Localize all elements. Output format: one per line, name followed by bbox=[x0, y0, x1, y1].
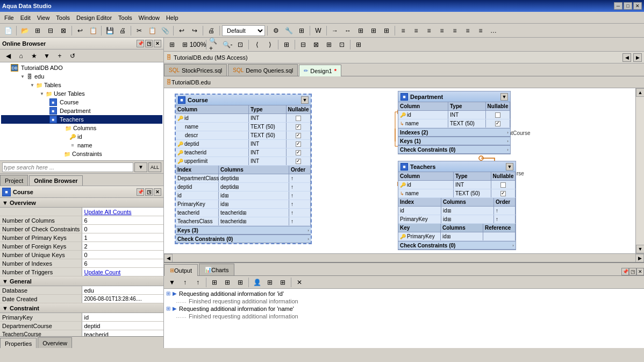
tb-btn20[interactable]: ⊞ bbox=[368, 25, 380, 37]
out-btn9[interactable]: ⊞ bbox=[277, 276, 289, 288]
design-btn10[interactable]: ⊞ bbox=[353, 39, 364, 51]
prop-pin-button[interactable]: 📌 bbox=[137, 188, 144, 196]
tb-btn28[interactable]: ≡ bbox=[475, 25, 486, 37]
tb-btn14[interactable]: 🔧 bbox=[283, 25, 295, 37]
tb-btn15[interactable]: ⊞ bbox=[296, 25, 307, 37]
tb-btn4[interactable]: ⊠ bbox=[58, 25, 69, 37]
dept-keys-section[interactable]: Keys (1) › bbox=[398, 137, 510, 145]
update-count-link[interactable]: Update Count bbox=[84, 269, 121, 275]
dept-constraints-section[interactable]: Check Constraints (0) › bbox=[398, 145, 510, 154]
tb-btn10[interactable]: 📋 bbox=[146, 25, 158, 37]
tb-btn21[interactable]: ⊞ bbox=[381, 25, 392, 37]
design-btn4[interactable]: ⟩ bbox=[264, 39, 276, 51]
output-close-button[interactable]: ✕ bbox=[636, 268, 644, 275]
search-input[interactable] bbox=[2, 162, 133, 172]
tree-root[interactable]: DB TutorialDB ADO bbox=[1, 63, 162, 72]
out-btn1[interactable]: ▼ bbox=[166, 276, 178, 288]
zoom-100-button[interactable]: 100% bbox=[192, 39, 204, 51]
update-counts-link[interactable]: Update All Counts bbox=[84, 209, 132, 215]
canvas-hscrollbar[interactable]: ◀ ▶ bbox=[164, 253, 644, 262]
dept-indexes-section[interactable]: Indexes (2) › bbox=[398, 128, 510, 137]
scroll-down-arrow[interactable]: ▼ bbox=[636, 245, 644, 253]
tb-btn9[interactable]: ✂ bbox=[133, 25, 145, 37]
ob-favorite-button[interactable]: ★ bbox=[28, 50, 40, 62]
design-btn6[interactable]: ⊟ bbox=[297, 39, 309, 51]
tb-btn5[interactable]: ↩ bbox=[74, 25, 86, 37]
restore-button[interactable]: □ bbox=[624, 2, 632, 10]
search-all-button[interactable]: ALL bbox=[148, 162, 161, 172]
close-button[interactable]: ✕ bbox=[633, 2, 642, 10]
out-clear-button[interactable]: ✕ bbox=[294, 276, 305, 288]
profile-dropdown[interactable]: Default bbox=[222, 25, 265, 36]
teachers-constraints-section[interactable]: Check Constraints (0) › bbox=[398, 241, 516, 250]
out-btn7[interactable]: 👤 bbox=[251, 276, 263, 288]
undo-button[interactable]: ↩ bbox=[176, 25, 188, 37]
design-btn9[interactable]: ⊡ bbox=[336, 39, 348, 51]
out-btn2[interactable]: ↑ bbox=[179, 276, 191, 288]
tb-btn12[interactable]: 🖨 bbox=[205, 25, 217, 37]
output-pin-button[interactable]: 📌 bbox=[621, 268, 629, 275]
canvas-vscrollbar[interactable]: ▲ ▼ bbox=[635, 88, 644, 253]
tb-btn19[interactable]: ⊞ bbox=[355, 25, 367, 37]
tree-department[interactable]: ■ Department bbox=[1, 107, 162, 115]
ob-filter-button[interactable]: ▼ bbox=[41, 50, 53, 62]
ob-pin-button[interactable]: 📌 bbox=[137, 40, 144, 47]
scroll-left-arrow[interactable]: ◀ bbox=[164, 254, 173, 262]
tab-properties[interactable]: Properties bbox=[0, 338, 37, 348]
redo-button[interactable]: ↪ bbox=[189, 25, 201, 37]
design-btn7[interactable]: ⊠ bbox=[310, 39, 322, 51]
tab-charts[interactable]: 📊 Charts bbox=[199, 264, 234, 275]
out-btn6[interactable]: ⊞ bbox=[234, 276, 246, 288]
tree-teachers[interactable]: ■ Teachers bbox=[1, 115, 162, 124]
tb-btn25[interactable]: ≡ bbox=[436, 25, 448, 37]
tb-btn6[interactable]: 📋 bbox=[87, 25, 99, 37]
scroll-up-arrow[interactable]: ▲ bbox=[636, 88, 644, 97]
out-btn3[interactable]: ↑ bbox=[192, 276, 204, 288]
menu-tools[interactable]: Tools bbox=[53, 13, 73, 22]
tb-btn13[interactable]: ⚙ bbox=[270, 25, 282, 37]
design-btn3[interactable]: ⟨ bbox=[251, 39, 263, 51]
course-constraints-section[interactable]: Check Constraints (0) › bbox=[176, 235, 311, 243]
new-button[interactable]: 📄 bbox=[2, 25, 14, 37]
tab-online-browser[interactable]: Online Browser bbox=[29, 175, 82, 186]
out-btn8[interactable]: ⊞ bbox=[264, 276, 276, 288]
out-btn4[interactable]: ⊞ bbox=[209, 276, 220, 288]
tab-stockprices[interactable]: SQL StockPrices.sql bbox=[164, 64, 227, 76]
table-course[interactable]: ■ Course ▼ Column Type Nullable bbox=[175, 94, 312, 244]
tb-btn26[interactable]: ≡ bbox=[449, 25, 461, 37]
tree-user-tables[interactable]: ▼ 📁 User Tables bbox=[1, 89, 162, 98]
general-section-header[interactable]: ▼ General bbox=[0, 276, 163, 286]
tree-course[interactable]: ■ Course bbox=[1, 98, 162, 107]
teachers-collapse[interactable]: ▼ bbox=[506, 163, 513, 171]
tab-project[interactable]: Project bbox=[0, 175, 28, 186]
tb-btn23[interactable]: ≡ bbox=[410, 25, 422, 37]
output-float-button[interactable]: ◳ bbox=[629, 268, 636, 275]
ob-back-button[interactable]: ◀ bbox=[2, 50, 14, 62]
tree-constraints[interactable]: ▶ 📁 Constraints bbox=[1, 150, 162, 158]
tb-btn27[interactable]: ≡ bbox=[462, 25, 474, 37]
dept-collapse[interactable]: ▼ bbox=[500, 93, 508, 101]
tab-output[interactable]: ⊞ Output bbox=[164, 264, 198, 276]
tab-overview[interactable]: Overview bbox=[38, 337, 72, 348]
table-department[interactable]: ■ Department ▼ Column Type Nullable bbox=[398, 91, 511, 154]
canvas-area[interactable]: DepartmentCourse TeachersCourse bbox=[164, 88, 635, 253]
overview-section-header[interactable]: ▼ Overview bbox=[0, 198, 163, 208]
menu-help[interactable]: Help bbox=[163, 13, 182, 22]
tb-btn8[interactable]: 🖨 bbox=[117, 25, 128, 37]
zoom-fit-button[interactable]: ⊡ bbox=[234, 39, 246, 51]
tb-btn2[interactable]: ⊞ bbox=[32, 25, 44, 37]
design-btn8[interactable]: ⊞ bbox=[323, 39, 335, 51]
tb-btn24[interactable]: ≡ bbox=[423, 25, 435, 37]
ob-add-button[interactable]: + bbox=[54, 50, 66, 62]
minimize-button[interactable]: ─ bbox=[614, 2, 622, 10]
scroll-right-arrow[interactable]: ▶ bbox=[635, 254, 644, 262]
tb-btn18[interactable]: ↔ bbox=[342, 25, 354, 37]
tab-design1[interactable]: ✏ Design1 * bbox=[299, 65, 341, 76]
zoom-in-button[interactable]: 🔍+ bbox=[209, 39, 220, 51]
design-btn5[interactable]: ⊞ bbox=[281, 39, 292, 51]
db-tab-nav-left[interactable]: ◀ bbox=[622, 53, 631, 62]
menu-file[interactable]: File bbox=[1, 13, 17, 22]
course-keys-section[interactable]: Keys (3) › bbox=[176, 226, 311, 235]
design-btn1[interactable]: ⊞ bbox=[166, 39, 178, 51]
tree-columns-folder[interactable]: ▼ 📁 Columns bbox=[1, 124, 162, 132]
